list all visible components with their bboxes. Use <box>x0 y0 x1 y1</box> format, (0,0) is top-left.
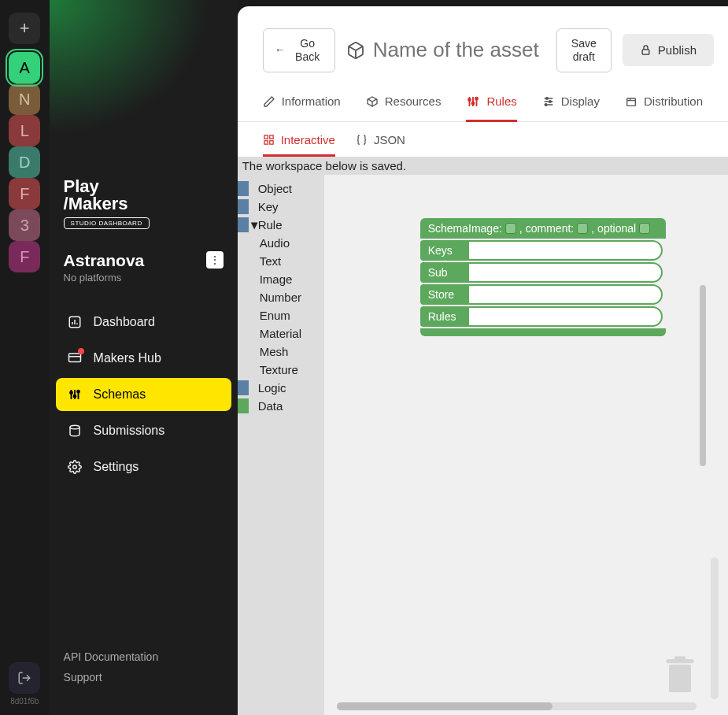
workspace-rail-item[interactable]: F <box>9 178 40 209</box>
pencil-icon <box>263 95 275 108</box>
workspace-hscroll[interactable] <box>337 702 697 710</box>
tab-rules[interactable]: Rules <box>466 94 516 122</box>
toolbox-category-object[interactable]: Object <box>238 180 324 198</box>
block-row-store[interactable]: Store <box>420 284 666 305</box>
save-draft-button[interactable]: Save draft <box>556 28 612 72</box>
schema-image-block[interactable]: SchemaImage: , comment: , optional KeysS… <box>420 218 666 336</box>
trash-icon[interactable] <box>663 655 697 696</box>
sidebar-item-settings[interactable]: Settings <box>56 450 231 483</box>
toolbox-category-rule[interactable]: ▼Rule <box>238 216 324 234</box>
support-link[interactable]: Support <box>64 671 224 684</box>
block-input-icon[interactable] <box>577 223 588 234</box>
brand-line1: Play <box>64 178 224 195</box>
svg-point-13 <box>545 103 547 106</box>
block-row-sub[interactable]: Sub <box>420 262 666 283</box>
block-slot[interactable] <box>467 284 663 305</box>
svg-point-3 <box>73 395 76 398</box>
asset-name-input[interactable] <box>373 38 545 62</box>
block-header[interactable]: SchemaImage: , comment: , optional <box>420 218 666 239</box>
brand: Play /Makers STUDIO DASHBOARD <box>50 157 238 235</box>
sidebar-item-makers-hub[interactable]: Makers Hub <box>56 342 231 375</box>
block-slot[interactable] <box>467 262 663 283</box>
svg-point-8 <box>468 98 471 101</box>
tabs: InformationResourcesRulesDisplayDistribu… <box>238 72 728 122</box>
svg-rect-15 <box>264 135 268 138</box>
svg-rect-18 <box>269 140 272 143</box>
tab-distribution[interactable]: Distribution <box>625 94 703 122</box>
svg-rect-17 <box>264 140 268 143</box>
go-back-label: Go Back <box>292 37 323 64</box>
org-menu-button[interactable]: ⋮ <box>206 251 224 269</box>
block-input-icon[interactable] <box>505 223 516 234</box>
api-docs-link[interactable]: API Documentation <box>64 650 224 663</box>
main: ← Go Back Save draft Publish Information… <box>238 0 728 715</box>
svg-rect-14 <box>627 98 636 106</box>
svg-point-10 <box>475 97 478 99</box>
sliders-icon <box>67 387 83 402</box>
toolbox-item-texture[interactable]: Texture <box>238 361 324 379</box>
brand-line2: /Makers <box>64 195 224 213</box>
go-back-button[interactable]: ← Go Back <box>263 28 335 72</box>
tab-information[interactable]: Information <box>263 94 341 122</box>
toolbox-category-data[interactable]: Data <box>238 397 324 415</box>
org-sub: No platforms <box>64 272 145 283</box>
brand-badge: STUDIO DASHBOARD <box>64 217 150 229</box>
braces-icon <box>356 134 368 146</box>
toolbox-item-enum[interactable]: Enum <box>238 306 324 324</box>
add-workspace-button[interactable]: + <box>9 13 40 44</box>
sidebar-item-dashboard[interactable]: Dashboard <box>56 306 231 339</box>
workspace-vscroll[interactable] <box>700 285 706 466</box>
workspace-rail-item[interactable]: F <box>9 241 40 272</box>
toolbox-category-logic[interactable]: Logic <box>238 379 324 397</box>
subtabs: InteractiveJSON <box>238 122 728 157</box>
workspace-rail-item[interactable]: A <box>9 52 40 83</box>
sidebar-item-schemas[interactable]: Schemas <box>56 378 231 411</box>
subtab-interactive[interactable]: Interactive <box>263 133 335 157</box>
gear-icon <box>67 460 83 474</box>
svg-rect-20 <box>667 659 694 663</box>
sidebar: Play /Makers STUDIO DASHBOARD Astranova … <box>50 0 238 715</box>
toolbox-item-mesh[interactable]: Mesh <box>238 343 324 361</box>
block-canvas[interactable]: SchemaImage: , comment: , optional KeysS… <box>324 175 728 715</box>
toolbox-item-material[interactable]: Material <box>238 324 324 343</box>
sidebar-item-submissions[interactable]: Submissions <box>56 414 231 447</box>
tab-display[interactable]: Display <box>542 94 600 122</box>
box-icon <box>625 95 637 108</box>
block-row-keys[interactable]: Keys <box>420 240 666 261</box>
toolbox-item-audio[interactable]: Audio <box>238 234 324 252</box>
cube-icon <box>346 41 365 60</box>
tab-resources[interactable]: Resources <box>366 94 442 122</box>
svg-point-6 <box>72 465 76 469</box>
block-slot[interactable] <box>467 306 663 327</box>
workspace-rail-item[interactable]: L <box>9 115 40 146</box>
block-input-icon[interactable] <box>639 223 650 234</box>
toolbox-category-key[interactable]: Key <box>238 198 324 216</box>
block-slot[interactable] <box>467 240 663 261</box>
status-bar: The workspace below is saved. <box>238 157 728 175</box>
svg-point-11 <box>545 97 548 99</box>
workspace: ObjectKey▼RuleAudioTextImageNumberEnumMa… <box>238 175 728 715</box>
workspace-rail-item[interactable]: N <box>9 83 40 115</box>
toolbox: ObjectKey▼RuleAudioTextImageNumberEnumMa… <box>238 175 324 715</box>
publish-button[interactable]: Publish <box>623 34 714 66</box>
package-icon <box>67 424 83 438</box>
toolbox-item-text[interactable]: Text <box>238 252 324 270</box>
subtab-json[interactable]: JSON <box>356 133 405 157</box>
workspace-rail-item[interactable]: 3 <box>9 209 40 241</box>
panel-vscroll[interactable] <box>711 558 719 699</box>
block-row-rules[interactable]: Rules <box>420 306 666 327</box>
sliders-h-icon <box>542 95 555 108</box>
logout-button[interactable] <box>9 662 40 694</box>
lock-icon <box>640 44 652 56</box>
arrow-left-icon: ← <box>275 43 286 57</box>
svg-point-5 <box>70 425 79 429</box>
toolbox-item-image[interactable]: Image <box>238 270 324 288</box>
svg-rect-16 <box>269 135 272 138</box>
svg-rect-7 <box>642 50 649 54</box>
org-name: Astranova <box>64 251 145 270</box>
layout-icon <box>263 134 275 146</box>
workspace-rail-item[interactable]: D <box>9 146 40 178</box>
publish-label: Publish <box>658 43 697 57</box>
toolbox-item-number[interactable]: Number <box>238 288 324 306</box>
svg-point-9 <box>472 102 475 104</box>
